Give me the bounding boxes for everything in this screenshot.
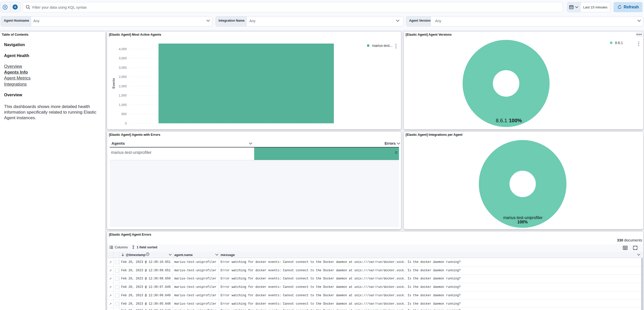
svg-text:100%: 100% <box>509 118 522 123</box>
svg-text:marius-test...: marius-test... <box>372 44 393 48</box>
svg-text:3,500: 3,500 <box>119 57 127 60</box>
svg-text:3,000: 3,000 <box>119 66 127 70</box>
svg-text:4,000: 4,000 <box>119 47 127 51</box>
svg-text:2,500: 2,500 <box>119 75 127 79</box>
svg-text:8.6.1: 8.6.1 <box>615 41 623 45</box>
svg-text:marius-test-uniprofiler: marius-test-uniprofiler <box>503 215 543 220</box>
svg-text:100%: 100% <box>517 220 528 224</box>
svg-text:1,000: 1,000 <box>119 103 127 107</box>
svg-text:8.6.1: 8.6.1 <box>496 118 507 123</box>
svg-text:500: 500 <box>121 112 127 116</box>
svg-text:2,000: 2,000 <box>119 85 127 88</box>
svg-text:1,500: 1,500 <box>119 94 127 97</box>
svg-text:0: 0 <box>125 122 127 125</box>
svg-text:Events: Events <box>112 78 116 88</box>
